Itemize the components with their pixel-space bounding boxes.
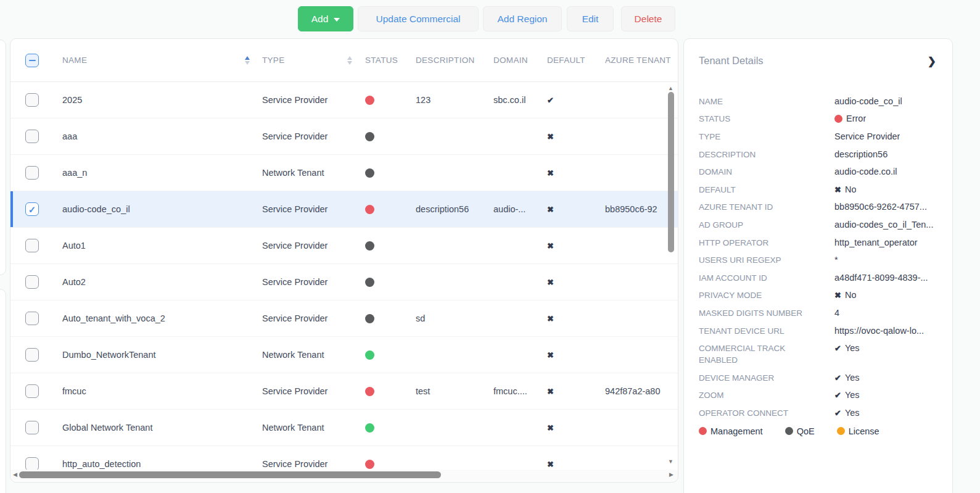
cell-azure-tenant: bb8950c6-92 — [595, 204, 678, 214]
row-checkbox[interactable] — [25, 421, 39, 434]
cell-type: Service Provider — [253, 204, 356, 214]
column-header-description: DESCRIPTION — [406, 56, 484, 65]
default-flag-icon — [547, 423, 554, 433]
detail-row: AD GROUP audio-codes_co_il_Ten... — [696, 216, 937, 234]
default-flag-icon — [547, 132, 554, 141]
edit-button[interactable]: Edit — [567, 6, 614, 31]
cell-name: 2025 — [54, 95, 253, 105]
table-row[interactable]: 2025 Service Provider 123 sbc.co.il — [10, 82, 678, 118]
column-header-azure-tenant: AZURE TENANT — [595, 56, 678, 65]
detail-label: MASKED DIGITS NUMBER — [696, 304, 834, 322]
column-header-domain: DOMAIN — [484, 56, 537, 65]
detail-value: * — [834, 251, 838, 269]
table-row[interactable]: Auto2 Service Provider — [10, 264, 678, 300]
row-checkbox[interactable] — [25, 457, 39, 471]
detail-value-text: audio-codes_co_il_Ten... — [834, 219, 933, 231]
cell-default — [537, 131, 595, 141]
cell-domain: fmcuc.... — [484, 386, 537, 396]
detail-value-text: Yes — [845, 389, 860, 401]
detail-value-icon — [834, 289, 845, 301]
table-row[interactable]: fmcuc Service Provider test fmcuc.... 94… — [10, 373, 678, 410]
default-flag-icon — [547, 350, 554, 360]
table-row[interactable]: Dumbo_NetworkTenant Network Tenant — [10, 337, 678, 373]
tenants-table: NAME TYPE STATUS DESCRIPTION DOMAIN DEFA… — [10, 38, 678, 483]
status-dot-icon — [365, 387, 374, 396]
cell-status — [356, 241, 406, 251]
status-dot-icon — [365, 350, 374, 360]
detail-label: COMMERCIAL TRACK ENABLED — [696, 339, 834, 369]
cell-name: http_auto_detection — [54, 459, 253, 469]
detail-row: USERS URI REGEXP * — [696, 251, 937, 269]
cell-status — [356, 204, 406, 215]
detail-value: a48df471-8099-4839-... — [834, 269, 928, 287]
horizontal-scrollbar-thumb[interactable] — [19, 471, 441, 478]
row-checkbox[interactable] — [25, 312, 39, 325]
add-button[interactable]: Add — [298, 6, 353, 31]
scroll-down-arrow[interactable]: ▼ — [668, 459, 673, 465]
cell-default — [537, 423, 595, 433]
row-checkbox[interactable] — [25, 348, 39, 362]
column-header-name[interactable]: NAME — [54, 56, 253, 65]
update-commercial-button[interactable]: Update Commercial — [358, 6, 479, 31]
cell-name: Auto_tenant_with_voca_2 — [54, 313, 253, 323]
table-row[interactable]: audio-code_co_il Service Provider descri… — [10, 191, 678, 228]
detail-value-text: Service Provider — [834, 131, 900, 143]
cell-type: Service Provider — [253, 95, 356, 105]
detail-label: DESCRIPTION — [696, 146, 834, 164]
table-row[interactable]: Auto1 Service Provider — [10, 228, 678, 264]
detail-row: ZOOM Yes — [696, 387, 937, 405]
cell-name: audio-code_co_il — [54, 204, 253, 214]
row-checkbox[interactable] — [25, 166, 39, 180]
status-dot-icon — [365, 96, 374, 105]
cell-name: Dumbo_NetworkTenant — [54, 350, 253, 360]
row-checkbox[interactable] — [25, 130, 39, 143]
chevron-down-icon — [334, 18, 340, 22]
sort-icon-name[interactable] — [245, 56, 250, 65]
cell-domain: sbc.co.il — [484, 95, 537, 105]
left-collapsed-panel-top — [0, 39, 6, 275]
cell-status — [356, 313, 406, 324]
row-checkbox[interactable] — [25, 275, 39, 289]
detail-value-text: Yes — [845, 342, 860, 354]
column-header-type[interactable]: TYPE — [253, 56, 356, 65]
cell-type: Network Tenant — [253, 168, 356, 178]
select-all-checkbox[interactable] — [25, 54, 39, 67]
detail-row: DEFAULT No — [696, 181, 937, 199]
row-checkbox[interactable] — [25, 239, 39, 252]
detail-value: No — [834, 287, 856, 305]
detail-value-text: * — [834, 254, 838, 266]
row-checkbox[interactable] — [25, 202, 39, 216]
sort-icon-type[interactable] — [347, 56, 352, 65]
table-row[interactable]: Global Network Tenant Network Tenant — [10, 410, 678, 446]
table-row[interactable]: aaa Service Provider — [10, 118, 678, 155]
scroll-up-arrow[interactable]: ▲ — [668, 86, 673, 91]
cell-name: Auto2 — [54, 277, 253, 287]
detail-value-text: No — [845, 184, 857, 196]
scroll-left-arrow[interactable]: ◀ — [13, 472, 17, 478]
detail-value-text: Yes — [845, 407, 860, 419]
detail-value-text: description56 — [834, 149, 887, 160]
detail-label: ZOOM — [696, 387, 834, 405]
row-checkbox[interactable] — [25, 93, 39, 107]
collapse-panel-chevron-icon[interactable]: ❯ — [928, 55, 936, 68]
cell-default — [537, 277, 595, 287]
cell-default — [537, 204, 595, 214]
status-dot-icon — [365, 205, 374, 214]
table-row[interactable]: aaa_n Network Tenant — [10, 155, 678, 191]
horizontal-scrollbar[interactable]: ◀ ▶ — [10, 470, 678, 481]
row-checkbox[interactable] — [25, 384, 39, 398]
cell-status — [356, 168, 406, 178]
delete-button[interactable]: Delete — [621, 6, 675, 31]
detail-row: STATUS Error — [696, 110, 937, 128]
vertical-scrollbar-thumb[interactable] — [668, 92, 674, 252]
detail-row: MASKED DIGITS NUMBER 4 — [696, 304, 937, 322]
cell-description: 123 — [406, 95, 484, 105]
detail-label: NAME — [696, 93, 834, 110]
legend-item: QoE — [785, 426, 815, 436]
add-region-button[interactable]: Add Region — [483, 6, 562, 31]
detail-value: Yes — [834, 404, 860, 422]
scroll-right-arrow[interactable]: ▶ — [669, 472, 673, 478]
legend-dot-icon — [699, 427, 707, 435]
table-row[interactable]: Auto_tenant_with_voca_2 Service Provider… — [10, 300, 678, 337]
cell-type: Service Provider — [253, 241, 356, 251]
